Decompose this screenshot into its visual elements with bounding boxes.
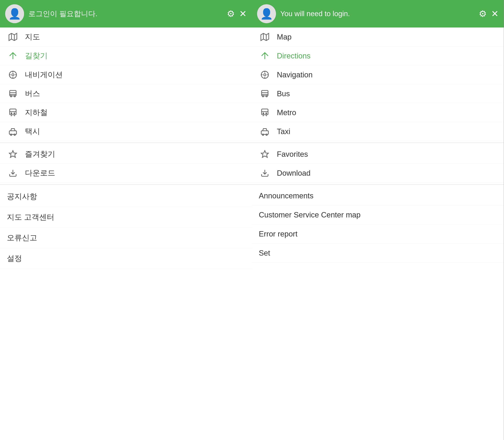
left-drawer-divider xyxy=(0,143,252,143)
map-icon xyxy=(7,31,19,43)
left-menu-favorites[interactable]: 즐겨찾기 xyxy=(0,145,252,164)
right-menu-navigation[interactable]: Navigation xyxy=(252,65,504,84)
right-menu-bus-label: Bus xyxy=(277,89,290,98)
left-menu-metro[interactable]: 지하철 xyxy=(0,103,252,122)
star-icon xyxy=(259,148,271,160)
left-menu-directions[interactable]: 길찾기 xyxy=(0,46,252,65)
svg-rect-27 xyxy=(261,131,268,134)
left-menu-map-label: 지도 xyxy=(25,32,40,42)
right-menu-navigation-label: Navigation xyxy=(277,70,313,79)
left-drawer-header: 👤 로그인이 필요합니다. ⚙ ✕ xyxy=(0,0,252,28)
right-login-text: You will need to login. xyxy=(280,10,475,18)
right-drawer-header: 👤 You will need to login. ⚙ ✕ xyxy=(252,0,504,28)
svg-point-7 xyxy=(14,95,15,97)
svg-point-23 xyxy=(266,95,267,97)
left-menu-settings[interactable]: 설정 xyxy=(0,248,252,269)
download-icon xyxy=(259,167,271,179)
left-login-text: 로그인이 필요합니다. xyxy=(28,9,223,19)
right-menu-error-report[interactable]: Error report xyxy=(252,224,504,244)
svg-point-20 xyxy=(264,74,266,76)
right-menu-directions-label: Directions xyxy=(277,52,310,60)
left-menu-map[interactable]: 지도 xyxy=(0,28,252,46)
svg-marker-30 xyxy=(261,151,268,157)
metro-icon xyxy=(259,107,271,119)
download-icon xyxy=(7,167,19,179)
left-avatar: 👤 xyxy=(5,4,24,23)
settings-icon[interactable]: ⚙ xyxy=(479,9,487,19)
settings-icon[interactable]: ⚙ xyxy=(227,9,235,19)
left-menu-taxi[interactable]: 택시 xyxy=(0,122,252,141)
right-menu-favorites[interactable]: Favorites xyxy=(252,145,504,164)
right-menu-directions[interactable]: Directions xyxy=(252,46,504,65)
svg-point-10 xyxy=(14,113,15,114)
right-drawer-menu: Map Directions xyxy=(252,28,504,440)
svg-rect-8 xyxy=(10,109,16,115)
left-menu-download-label: 다운로드 xyxy=(25,168,55,178)
right-menu-metro-label: Metro xyxy=(277,108,296,117)
right-menu-map[interactable]: Map xyxy=(252,28,504,46)
map-icon xyxy=(259,31,271,43)
right-phone-panel: CPU:12% 1555MHz Tue 17/01 1:34 PM 📶 🔋 41… xyxy=(252,0,504,440)
right-menu-announcements[interactable]: Announcements xyxy=(252,186,504,205)
right-drawer-header-icons: ⚙ ✕ xyxy=(479,9,499,19)
right-menu-bus[interactable]: Bus xyxy=(252,84,504,103)
taxi-icon xyxy=(259,125,271,138)
left-drawer-divider2 xyxy=(0,184,252,185)
left-menu-taxi-label: 택시 xyxy=(25,126,40,137)
left-menu-download[interactable]: 다운로드 xyxy=(0,164,252,182)
right-menu-map-label: Map xyxy=(277,33,292,41)
svg-point-22 xyxy=(262,95,264,97)
right-menu-download[interactable]: Download xyxy=(252,164,504,182)
left-menu-announcements[interactable]: 공지사항 xyxy=(0,186,252,207)
left-menu-bus-label: 버스 xyxy=(25,88,40,99)
svg-marker-14 xyxy=(9,151,16,157)
left-drawer-menu: 지도 길찾기 내비 xyxy=(0,28,252,440)
right-drawer-divider2 xyxy=(252,184,504,185)
directions-icon xyxy=(259,50,271,62)
svg-marker-16 xyxy=(261,33,269,41)
svg-rect-11 xyxy=(9,131,16,134)
right-drawer-divider xyxy=(252,143,504,143)
right-avatar: 👤 xyxy=(257,4,276,23)
left-phone-panel: CPU:17% 768MHz Tue 17/01 1:35 PM 📶 🔋 41 … xyxy=(0,0,252,440)
close-icon[interactable]: ✕ xyxy=(239,9,247,19)
left-menu-navigation[interactable]: 내비게이션 xyxy=(0,65,252,84)
svg-point-26 xyxy=(266,113,267,114)
bus-icon xyxy=(259,88,271,100)
svg-marker-0 xyxy=(9,33,17,41)
left-drawer-header-icons: ⚙ ✕ xyxy=(227,9,247,19)
svg-point-25 xyxy=(263,113,264,114)
right-menu-taxi-label: Taxi xyxy=(277,127,290,136)
directions-icon xyxy=(7,50,19,62)
left-menu-navigation-label: 내비게이션 xyxy=(25,70,63,80)
left-menu-favorites-label: 즐겨찾기 xyxy=(25,149,55,159)
taxi-icon xyxy=(7,125,19,138)
left-menu-directions-label: 길찾기 xyxy=(25,51,48,61)
left-drawer: 👤 로그인이 필요합니다. ⚙ ✕ 지도 xyxy=(0,0,252,440)
navigation-icon xyxy=(7,69,19,81)
svg-point-9 xyxy=(11,113,12,114)
svg-point-6 xyxy=(10,95,12,97)
svg-rect-21 xyxy=(262,90,268,96)
metro-icon xyxy=(7,107,19,119)
right-menu-set[interactable]: Set xyxy=(252,244,504,263)
right-menu-download-label: Download xyxy=(277,169,310,177)
left-menu-bus[interactable]: 버스 xyxy=(0,84,252,103)
right-drawer: 👤 You will need to login. ⚙ ✕ Map xyxy=(252,0,504,440)
right-menu-favorites-label: Favorites xyxy=(277,150,308,158)
star-icon xyxy=(7,148,19,160)
right-menu-taxi[interactable]: Taxi xyxy=(252,122,504,141)
left-menu-metro-label: 지하철 xyxy=(25,108,48,118)
svg-rect-24 xyxy=(262,109,268,115)
left-menu-customer-service[interactable]: 지도 고객센터 xyxy=(0,207,252,228)
close-icon[interactable]: ✕ xyxy=(491,9,499,19)
svg-rect-5 xyxy=(10,90,16,96)
bus-icon xyxy=(7,88,19,100)
right-menu-customer-service[interactable]: Customer Service Center map xyxy=(252,205,504,224)
navigation-icon xyxy=(259,69,271,81)
svg-point-4 xyxy=(12,74,14,76)
left-menu-error-report[interactable]: 오류신고 xyxy=(0,228,252,248)
right-menu-metro[interactable]: Metro xyxy=(252,103,504,122)
